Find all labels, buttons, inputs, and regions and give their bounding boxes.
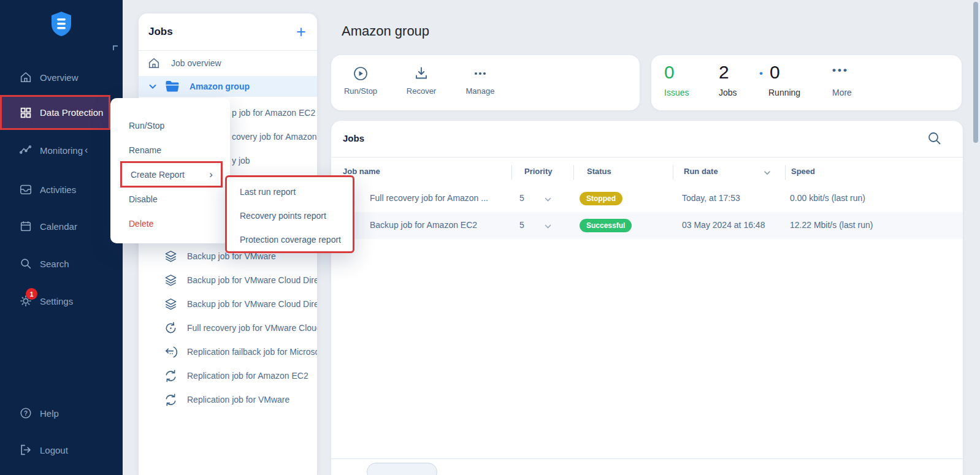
logout-icon [19, 443, 33, 457]
jobs-card-title: Jobs [343, 133, 364, 143]
menu-item-disable[interactable]: Disable [110, 187, 230, 211]
sidebar-item-help[interactable]: ? Help [0, 400, 123, 427]
toolbar-button-label: Run/Stop [333, 86, 388, 96]
group-context-menu: Run/Stop Rename Create Report › Disable … [110, 98, 230, 243]
job-group-label: Amazon group [189, 82, 250, 91]
status-badge: Stopped [580, 192, 622, 205]
home-icon [147, 56, 161, 70]
monitoring-icon [19, 143, 33, 157]
job-tree-item-fragment[interactable]: covery job for Amazon E [232, 131, 317, 143]
table-row[interactable]: Backup job for Amazon EC2 5 Successful 0… [331, 212, 963, 239]
sidebar-item-label: Help [40, 408, 59, 419]
home-icon [19, 70, 33, 84]
jobs-count: 2 [719, 61, 729, 83]
chevron-left-icon[interactable]: ‹ [85, 145, 88, 156]
download-icon [413, 66, 429, 82]
recover-button[interactable]: Recover [394, 55, 449, 110]
toolbar-button-label: Manage [453, 86, 508, 96]
running-label: Running [768, 88, 800, 97]
menu-item-rename[interactable]: Rename [110, 138, 230, 162]
sidebar-item-monitoring[interactable]: Monitoring ‹ [0, 137, 123, 164]
job-tree-item[interactable]: Full recovery job for VMware Cloud [139, 316, 317, 340]
sidebar-item-label: Search [40, 259, 69, 269]
app-shield-logo [50, 11, 72, 37]
replication-job-icon [164, 393, 178, 407]
play-circle-icon [353, 66, 369, 82]
cell-run-date: 03 May 2024 at 16:48 [682, 220, 765, 230]
run-stop-button[interactable]: Run/Stop [333, 55, 388, 110]
column-header-run-date[interactable]: Run date [684, 167, 718, 176]
job-tree-item[interactable]: Replication job for Amazon EC2 [139, 364, 317, 387]
backup-job-icon [164, 273, 178, 287]
column-header-status[interactable]: Status [587, 167, 611, 176]
cell-priority: 5 [519, 220, 524, 230]
issues-count: 0 [664, 61, 675, 83]
column-header-job-name[interactable]: Job name [343, 167, 380, 176]
menu-item-delete[interactable]: Delete [110, 211, 230, 236]
sidebar-item-label: Settings [40, 296, 73, 306]
sidebar-item-overview[interactable]: Overview [0, 64, 123, 91]
cell-speed: 12.22 Mbit/s (last run) [790, 220, 873, 230]
divider [331, 458, 963, 459]
sidebar-item-data-protection[interactable]: Data Protection [0, 95, 110, 130]
table-row[interactable]: Full recovery job for Amazon ... 5 Stopp… [331, 185, 963, 212]
job-tree-item-label: Backup job for VMware Cloud Direc [187, 299, 317, 309]
search-icon[interactable] [927, 131, 943, 146]
menu-item-recovery-points-report[interactable]: Recovery points report [227, 204, 353, 228]
more-ellipsis-icon[interactable]: ••• [832, 64, 849, 77]
sidebar-item-calendar[interactable]: Calendar [0, 213, 123, 240]
replication-failback-job-icon [164, 345, 178, 359]
group-stats: 0 Issues 2 Jobs • 0 Running ••• More [651, 55, 962, 110]
sidebar-item-logout[interactable]: Logout [0, 436, 123, 463]
running-dot-icon: • [759, 67, 763, 80]
job-overview-item[interactable]: Job overview [139, 51, 317, 75]
sidebar-item-settings[interactable]: Settings [0, 287, 123, 314]
chevron-right-icon: › [209, 169, 213, 181]
priority-dropdown-icon[interactable] [544, 196, 552, 203]
calendar-icon [19, 219, 33, 233]
backup-job-icon [164, 249, 178, 264]
job-tree-item[interactable]: Replication job for VMware [139, 388, 317, 411]
cell-job-name[interactable]: Full recovery job for Amazon ... [370, 193, 488, 203]
job-tree-item[interactable]: Replication failback job for Microso [139, 340, 317, 363]
sidebar-item-activities[interactable]: Activities [0, 176, 123, 203]
cell-speed: 0.00 kbit/s (last run) [790, 193, 865, 203]
sidebar-collapse-icon[interactable] [113, 45, 118, 50]
column-separator [573, 165, 574, 180]
cell-priority: 5 [519, 193, 524, 203]
job-tree-item-fragment[interactable]: p job for Amazon EC2 [232, 107, 315, 119]
chevron-down-icon[interactable] [148, 82, 157, 91]
menu-item-create-report[interactable]: Create Report › [120, 161, 223, 188]
more-label[interactable]: More [832, 88, 852, 97]
create-report-submenu: Last run report Recovery points report P… [225, 175, 354, 253]
job-group-amazon[interactable]: Amazon group [139, 76, 317, 97]
jobs-label: Jobs [719, 88, 737, 97]
backup-job-icon [164, 297, 178, 311]
priority-dropdown-icon[interactable] [544, 222, 552, 230]
job-tree-item[interactable]: Backup job for VMware Cloud Direc [139, 268, 317, 292]
sidebar-item-label: Activities [40, 184, 76, 195]
manage-button[interactable]: Manage [453, 55, 508, 110]
pagination-pill-button[interactable] [367, 463, 437, 475]
divider [139, 50, 317, 51]
page-scrollbar[interactable] [973, 2, 978, 143]
job-tree-item-fragment[interactable]: y job [232, 154, 250, 167]
cell-job-name[interactable]: Backup job for Amazon EC2 [370, 220, 477, 230]
column-separator [673, 165, 673, 180]
column-header-speed[interactable]: Speed [791, 167, 815, 176]
search-icon [19, 257, 33, 270]
column-header-priority[interactable]: Priority [524, 167, 553, 176]
menu-item-protection-coverage-report[interactable]: Protection coverage report [227, 228, 353, 252]
menu-item-run-stop[interactable]: Run/Stop [110, 113, 230, 138]
grid-icon [19, 106, 33, 120]
replication-job-icon [164, 369, 178, 383]
add-job-button[interactable]: + [292, 23, 310, 41]
sidebar-item-search[interactable]: Search [0, 250, 123, 277]
sidebar: Overview Data Protection Monitoring ‹ [0, 0, 123, 475]
cell-run-date: Today, at 17:53 [682, 193, 740, 203]
sort-chevron-icon[interactable] [764, 169, 771, 177]
job-tree-item-label: Full recovery job for VMware Cloud [187, 323, 317, 333]
menu-item-last-run-report[interactable]: Last run report [227, 180, 353, 204]
job-tree-item[interactable]: Backup job for VMware Cloud Direc [139, 292, 317, 316]
inbox-icon [19, 183, 33, 196]
